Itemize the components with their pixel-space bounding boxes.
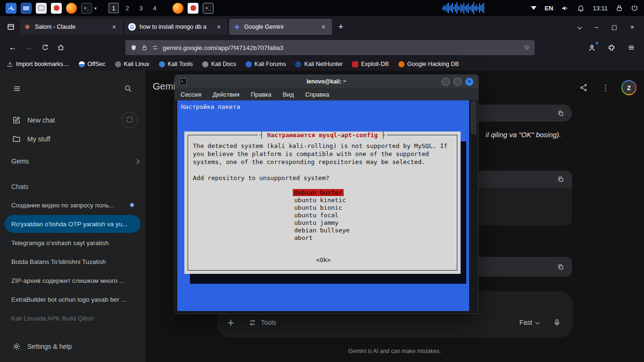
- red-running-icon[interactable]: [188, 3, 198, 14]
- terminal-launcher-icon[interactable]: >_: [81, 3, 92, 14]
- terminal-scrollbar[interactable]: [469, 100, 478, 311]
- tracking-shield-icon[interactable]: [130, 44, 137, 51]
- account-icon[interactable]: [584, 40, 600, 55]
- bookmark-offsec[interactable]: OffSec: [79, 61, 106, 67]
- my-stuff-button[interactable]: My stuff: [8, 131, 115, 148]
- firefox-launcher-icon[interactable]: [66, 3, 77, 14]
- firefox-running-icon[interactable]: [173, 3, 183, 14]
- tab-mongo-search[interactable]: G how to install mongo db a ×: [124, 19, 227, 35]
- new-tab-button[interactable]: +: [334, 20, 348, 34]
- terminal-maximize-button[interactable]: [454, 78, 462, 86]
- file-manager-icon[interactable]: [36, 3, 47, 14]
- menu-help[interactable]: Справка: [305, 91, 329, 98]
- red-app-icon[interactable]: [51, 3, 62, 14]
- tools-button[interactable]: Tools: [248, 319, 276, 327]
- forward-button[interactable]: →: [21, 40, 37, 55]
- terminal-launcher-caret[interactable]: ▾: [94, 6, 97, 11]
- window-maximize-button[interactable]: ▢: [606, 20, 622, 34]
- gems-section[interactable]: Gems: [11, 157, 139, 165]
- url-text[interactable]: gemini.google.com/app/7f47142b707fa8a3: [163, 44, 520, 51]
- share-icon[interactable]: [578, 82, 589, 93]
- window-app-icon[interactable]: [21, 3, 32, 14]
- permissions-icon[interactable]: [152, 44, 158, 51]
- tab-claude[interactable]: Salom - Claude ×: [20, 19, 123, 35]
- option-debian-bullseye[interactable]: debian bullseye: [293, 227, 454, 234]
- workspace-1[interactable]: 1: [108, 3, 119, 13]
- option-ubuntu-kinetic[interactable]: ubuntu kinetic: [293, 197, 454, 204]
- chat-item[interactable]: Создание видео по запросу поль...: [5, 196, 140, 214]
- menu-actions[interactable]: Действия: [213, 91, 239, 98]
- bookmark-kali-nethunter[interactable]: Kali NetHunter: [295, 61, 342, 67]
- option-ubuntu-jammy[interactable]: ubuntu jammy: [293, 219, 454, 227]
- extensions-icon[interactable]: [603, 40, 619, 55]
- chat-item-selected[interactable]: Ro'yxatdan o'tishda OTP yaratish va yu..…: [5, 215, 140, 233]
- chat-item[interactable]: Kali Linuxda APK Build Qilish: [5, 309, 140, 327]
- add-attachment-icon[interactable]: +: [227, 315, 234, 330]
- avatar[interactable]: Z: [621, 80, 636, 95]
- dialog-ok-button[interactable]: <Ok>: [193, 256, 454, 264]
- chat-item[interactable]: Botda Balans To'ldirishni Tuzatish: [5, 253, 140, 271]
- option-abort[interactable]: abort: [293, 234, 454, 242]
- kali-menu-icon[interactable]: [6, 3, 17, 14]
- settings-help-button[interactable]: Settings & help: [8, 342, 76, 351]
- window-close-button[interactable]: ×: [624, 20, 640, 34]
- bookmark-kali-forums[interactable]: Kali Forums: [246, 61, 286, 67]
- https-lock-icon[interactable]: [141, 45, 148, 51]
- workspace-3[interactable]: 3: [136, 3, 146, 13]
- notifications-icon[interactable]: [577, 4, 585, 12]
- new-chat-button[interactable]: New chat: [8, 112, 115, 129]
- app-menu-icon[interactable]: [623, 40, 639, 55]
- volume-icon[interactable]: [561, 4, 569, 12]
- copy-icon[interactable]: [555, 107, 566, 119]
- scrollbar-thumb[interactable]: [471, 101, 477, 134]
- terminal-running-icon[interactable]: >_: [203, 3, 214, 14]
- bookmark-kali-tools[interactable]: Kali Tools: [159, 61, 193, 67]
- list-tabs-icon[interactable]: [572, 20, 586, 34]
- workspace-4[interactable]: 4: [149, 3, 160, 13]
- workspace-2[interactable]: 2: [122, 3, 132, 13]
- tab-close-icon[interactable]: ×: [109, 22, 119, 32]
- back-button[interactable]: ←: [5, 40, 21, 55]
- home-button[interactable]: [53, 40, 69, 55]
- bookmark-import[interactable]: Import bookmarks…: [7, 61, 69, 67]
- chat-item[interactable]: ZIP-архив содержит слишком много ...: [5, 272, 140, 289]
- bookmark-star-icon[interactable]: ☆: [524, 43, 530, 52]
- option-debian-buster[interactable]: debian buster: [293, 189, 454, 197]
- model-selector[interactable]: Fast: [520, 319, 539, 326]
- bookmark-kali-linux[interactable]: Kali Linux: [115, 61, 149, 67]
- menu-icon[interactable]: [11, 83, 23, 94]
- mic-icon[interactable]: [551, 317, 562, 328]
- menu-view[interactable]: Вид: [283, 91, 294, 98]
- language-indicator[interactable]: EN: [545, 5, 553, 12]
- url-bar[interactable]: gemini.google.com/app/7f47142b707fa8a3 ☆: [125, 40, 535, 55]
- terminal-close-button[interactable]: ×: [465, 78, 473, 86]
- temporary-chat-button[interactable]: [122, 112, 138, 128]
- reload-button[interactable]: [37, 40, 53, 55]
- tab-gemini[interactable]: Google Gemini ×: [229, 19, 332, 35]
- copy-icon[interactable]: [555, 173, 566, 185]
- bookmark-kali-docs[interactable]: Kali Docs: [202, 61, 236, 67]
- option-ubuntu-bionic[interactable]: ubuntu bionic: [293, 204, 454, 212]
- terminal-minimize-button[interactable]: [442, 78, 450, 86]
- window-minimize-button[interactable]: –: [588, 20, 604, 34]
- option-ubuntu-focal[interactable]: ubuntu focal: [293, 212, 454, 219]
- power-icon[interactable]: [631, 4, 638, 12]
- bookmark-exploit-db[interactable]: Exploit-DB: [352, 61, 389, 67]
- chat-item[interactable]: Telegramga o'xshash sayt yaratish: [5, 234, 140, 252]
- network-icon[interactable]: [531, 6, 537, 10]
- audio-visualizer: [442, 0, 489, 16]
- search-icon[interactable]: [123, 83, 134, 94]
- bookmark-google-hacking-db[interactable]: Google Hacking DB: [398, 61, 459, 67]
- clock[interactable]: 13:11: [593, 5, 608, 12]
- copy-icon[interactable]: [555, 261, 566, 272]
- menu-session[interactable]: Сессия: [181, 91, 201, 98]
- lock-icon[interactable]: [616, 5, 623, 12]
- tab-close-icon[interactable]: ×: [319, 22, 328, 32]
- chat-item[interactable]: ExtraBuilder bot uchun logo yasab ber ..…: [5, 290, 140, 308]
- terminal-titlebar[interactable]: >_ lenovo@kali: ~ ×: [175, 75, 478, 88]
- tab-close-icon[interactable]: ×: [214, 22, 223, 32]
- firefox-view-icon[interactable]: [4, 20, 18, 34]
- menu-edit[interactable]: Правка: [251, 91, 272, 98]
- more-options-icon[interactable]: ⋮: [600, 82, 611, 93]
- terminal-screen[interactable]: Настройка пакета ┤ Настраивается mysql-a…: [177, 100, 469, 311]
